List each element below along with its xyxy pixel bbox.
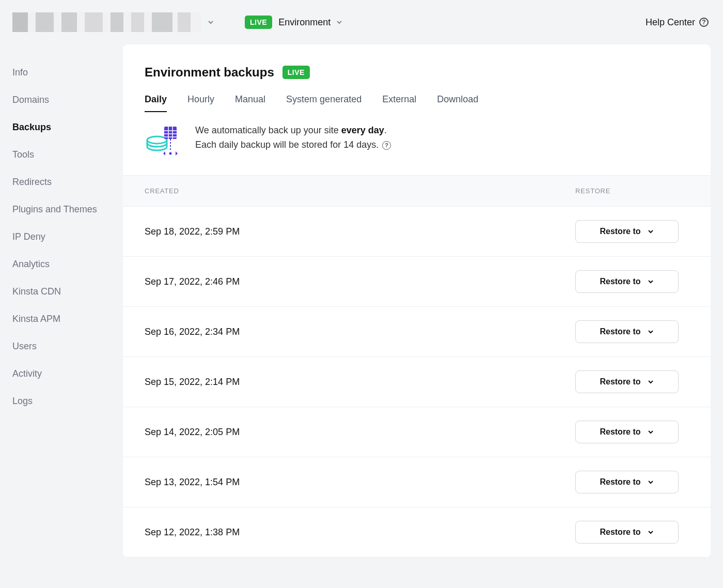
backup-illustration-icon [145, 123, 181, 160]
chevron-down-icon [647, 428, 654, 436]
sidebar-item-info[interactable]: Info [12, 59, 123, 86]
sidebar-item-activity[interactable]: Activity [12, 360, 123, 388]
backup-created-date: Sep 13, 2022, 1:54 PM [145, 477, 575, 488]
restore-to-button[interactable]: Restore to [575, 471, 679, 493]
tab-system-generated[interactable]: System generated [286, 94, 362, 112]
restore-to-button[interactable]: Restore to [575, 270, 679, 293]
table-row: Sep 14, 2022, 2:05 PMRestore to [123, 407, 711, 457]
environment-label: Environment [278, 17, 343, 28]
environment-selector[interactable]: LIVE Environment [245, 16, 343, 29]
info-line1-post: . [384, 125, 387, 135]
table-row: Sep 16, 2022, 2:34 PMRestore to [123, 307, 711, 357]
restore-to-button[interactable]: Restore to [575, 370, 679, 393]
info-line1-strong: every day [341, 125, 384, 135]
topbar: LIVE Environment Help Center ? [0, 0, 723, 44]
sidebar-item-plugins-and-themes[interactable]: Plugins and Themes [12, 196, 123, 223]
sidebar-item-kinsta-cdn[interactable]: Kinsta CDN [12, 278, 123, 305]
info-line2: Each daily backup will be stored for 14 … [195, 140, 379, 150]
sidebar-item-ip-deny[interactable]: IP Deny [12, 223, 123, 251]
chevron-down-icon [647, 278, 654, 285]
column-header-restore: RESTORE [575, 187, 689, 195]
info-row: We automatically back up your site every… [145, 123, 689, 160]
chevron-down-icon [336, 19, 343, 26]
help-icon[interactable]: ? [382, 141, 391, 150]
column-header-created: CREATED [145, 187, 575, 195]
sidebar-item-logs[interactable]: Logs [12, 388, 123, 415]
live-badge: LIVE [245, 16, 272, 29]
environment-label-text: Environment [278, 17, 331, 28]
restore-button-label: Restore to [600, 227, 640, 236]
table-row: Sep 18, 2022, 2:59 PMRestore to [123, 207, 711, 257]
svg-point-9 [169, 152, 172, 155]
tab-hourly[interactable]: Hourly [187, 94, 214, 112]
site-name-redacted [12, 12, 201, 32]
backup-created-date: Sep 12, 2022, 1:38 PM [145, 527, 575, 538]
sidebar-item-redirects[interactable]: Redirects [12, 168, 123, 196]
help-center-link[interactable]: Help Center ? [646, 17, 709, 28]
restore-button-label: Restore to [600, 427, 640, 437]
svg-marker-8 [176, 151, 178, 156]
page-title: Environment backups [145, 65, 274, 80]
table-row: Sep 15, 2022, 2:14 PMRestore to [123, 357, 711, 407]
sidebar-item-kinsta-apm[interactable]: Kinsta APM [12, 305, 123, 333]
svg-marker-7 [163, 151, 165, 156]
restore-to-button[interactable]: Restore to [575, 421, 679, 443]
chevron-down-icon [647, 328, 654, 335]
chevron-down-icon [207, 19, 214, 26]
chevron-down-icon [647, 478, 654, 486]
restore-button-label: Restore to [600, 477, 640, 487]
sidebar-item-analytics[interactable]: Analytics [12, 251, 123, 278]
sidebar-item-backups[interactable]: Backups [12, 114, 123, 141]
restore-button-label: Restore to [600, 528, 640, 537]
sidebar-item-tools[interactable]: Tools [12, 141, 123, 168]
backup-created-date: Sep 15, 2022, 2:14 PM [145, 377, 575, 388]
tab-external[interactable]: External [382, 94, 416, 112]
restore-button-label: Restore to [600, 327, 640, 336]
restore-button-label: Restore to [600, 277, 640, 286]
table-row: Sep 17, 2022, 2:46 PMRestore to [123, 257, 711, 307]
sidebar: InfoDomainsBackupsToolsRedirectsPlugins … [0, 44, 123, 570]
table-row: Sep 12, 2022, 1:38 PMRestore to [123, 507, 711, 558]
sidebar-item-users[interactable]: Users [12, 333, 123, 360]
tabs: DailyHourlyManualSystem generatedExterna… [145, 94, 689, 112]
site-selector[interactable] [12, 12, 234, 32]
chevron-down-icon [647, 228, 654, 235]
tab-download[interactable]: Download [437, 94, 478, 112]
help-center-label: Help Center [646, 17, 695, 28]
main-panel: Environment backups LIVE DailyHourlyManu… [123, 44, 711, 558]
restore-button-label: Restore to [600, 377, 640, 386]
live-badge: LIVE [282, 66, 310, 79]
backup-created-date: Sep 18, 2022, 2:59 PM [145, 226, 575, 237]
chevron-down-icon [647, 529, 654, 536]
table-header: CREATED RESTORE [123, 175, 711, 207]
svg-point-0 [147, 136, 167, 144]
table-row: Sep 13, 2022, 1:54 PMRestore to [123, 457, 711, 507]
sidebar-item-domains[interactable]: Domains [12, 86, 123, 114]
backup-created-date: Sep 16, 2022, 2:34 PM [145, 327, 575, 337]
tab-manual[interactable]: Manual [235, 94, 265, 112]
info-text: We automatically back up your site every… [195, 123, 391, 152]
restore-to-button[interactable]: Restore to [575, 320, 679, 343]
restore-to-button[interactable]: Restore to [575, 521, 679, 544]
tab-daily[interactable]: Daily [145, 94, 167, 112]
restore-to-button[interactable]: Restore to [575, 220, 679, 243]
table-body: Sep 18, 2022, 2:59 PMRestore toSep 17, 2… [123, 207, 711, 558]
chevron-down-icon [647, 378, 654, 385]
info-line1-pre: We automatically back up your site [195, 125, 341, 135]
backup-created-date: Sep 14, 2022, 2:05 PM [145, 427, 575, 438]
backup-created-date: Sep 17, 2022, 2:46 PM [145, 276, 575, 287]
help-icon: ? [699, 18, 709, 27]
